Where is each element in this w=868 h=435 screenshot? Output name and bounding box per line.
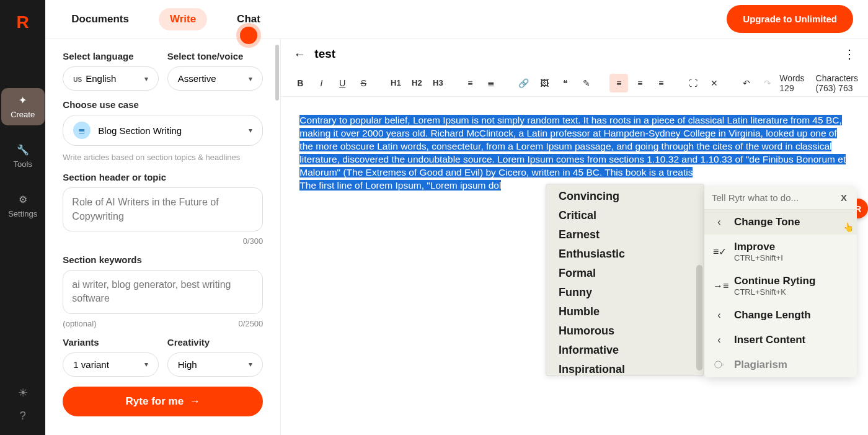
tone-option-enthusiastic[interactable]: Enthusiastic <box>546 244 704 264</box>
help-icon[interactable]: ? <box>20 410 26 423</box>
bold-button[interactable]: B <box>291 74 309 92</box>
underline-button[interactable]: U <box>333 74 352 92</box>
action-plagiarism[interactable]: ⧂ Plagiarism <box>704 352 857 377</box>
tone-option-humble[interactable]: Humble <box>546 302 704 321</box>
creativity-select[interactable]: High ▾ <box>167 352 264 377</box>
tone-list-popup: Convincing Critical Earnest Enthusiastic… <box>546 184 704 376</box>
tone-option-convincing[interactable]: Convincing <box>546 187 704 206</box>
variants-value: 1 variant <box>73 359 109 370</box>
words-value: 129 <box>779 83 804 93</box>
sidebar-item-label: Tools <box>13 159 32 169</box>
h1-button[interactable]: H1 <box>386 74 405 92</box>
keywords-input[interactable] <box>63 270 263 314</box>
action-title: Continue Ryting <box>734 275 848 287</box>
tone-scrollbar[interactable] <box>696 265 702 370</box>
flag-icon: US <box>73 76 82 83</box>
usecase-select[interactable]: ≣ Blog Section Writing ▾ <box>63 115 263 146</box>
search-icon: ⧂ <box>713 359 725 370</box>
tab-write[interactable]: Write <box>159 8 207 30</box>
undo-button[interactable]: ↶ <box>737 74 756 92</box>
close-icon[interactable]: X <box>838 192 849 203</box>
language-label: Select language <box>63 51 159 61</box>
image-button[interactable]: 🖼 <box>535 74 554 92</box>
sidebar-item-tools[interactable]: 🔧 Tools <box>1 138 45 175</box>
link-button[interactable]: 🔗 <box>514 74 533 92</box>
sidebar-item-create[interactable]: ✦ Create <box>1 88 45 125</box>
usecase-label: Choose use case <box>63 99 263 110</box>
action-change-tone[interactable]: ‹ Change Tone <box>704 210 857 235</box>
h3-button[interactable]: H3 <box>428 74 447 92</box>
redo-button[interactable]: ↷ <box>758 74 777 92</box>
tone-option-earnest[interactable]: Earnest <box>546 225 704 244</box>
chars-value: (763) 763 <box>816 83 858 93</box>
variants-select[interactable]: 1 variant ▾ <box>63 352 159 377</box>
action-title: Improve <box>734 241 848 253</box>
tone-option-funny[interactable]: Funny <box>546 283 704 302</box>
tone-option-inspirational[interactable]: Inspirational <box>546 360 704 375</box>
usecase-value: Blog Section Writing <box>98 125 241 136</box>
tab-chat[interactable]: Chat <box>226 8 272 30</box>
chevron-down-icon: ▾ <box>249 126 252 135</box>
keywords-optional: (optional) <box>63 319 96 328</box>
sidebar-item-label: Settings <box>8 209 37 218</box>
action-title: Change Tone <box>734 216 848 228</box>
action-title: Plagiarism <box>734 359 848 371</box>
tone-option-formal[interactable]: Formal <box>546 264 704 283</box>
chars-label: Characters <box>816 73 858 83</box>
action-continue-ryting[interactable]: →≡ Continue Ryting CTRL+Shift+K <box>704 269 857 303</box>
action-change-length[interactable]: ‹ Change Length <box>704 303 857 328</box>
continue-icon: →≡ <box>713 280 725 292</box>
align-left-button[interactable]: ≡ <box>609 74 628 92</box>
clear-format-button[interactable]: ✕ <box>705 74 724 92</box>
document-title[interactable]: test <box>314 47 335 61</box>
creativity-value: High <box>178 359 197 370</box>
upgrade-button[interactable]: Upgrade to Unlimited <box>727 5 853 33</box>
strike-button[interactable]: S <box>354 74 373 92</box>
chevron-left-icon: ‹ <box>713 310 725 321</box>
action-insert-content[interactable]: ‹ Insert Content <box>704 328 857 352</box>
action-title: Insert Content <box>734 334 848 346</box>
chevron-down-icon: ▾ <box>249 74 252 83</box>
theme-toggle-icon[interactable]: ☀ <box>18 386 28 400</box>
variants-label: Variants <box>63 337 159 348</box>
ryte-button[interactable]: Ryte for me → <box>63 387 263 416</box>
chevron-down-icon: ▾ <box>144 74 148 83</box>
chevron-down-icon: ▾ <box>249 360 252 369</box>
topic-counter: 0/300 <box>63 236 263 246</box>
bullet-list-button[interactable]: ≡ <box>461 74 479 92</box>
chevron-down-icon: ▾ <box>144 360 148 369</box>
tone-option-informative[interactable]: Informative <box>546 341 704 360</box>
highlight-button[interactable]: ✎ <box>577 74 596 92</box>
language-select[interactable]: USEnglish ▾ <box>63 66 159 91</box>
action-improve[interactable]: ≡✓ Improve CTRL+Shift+I <box>704 235 857 269</box>
italic-button[interactable]: I <box>312 74 330 92</box>
action-command-input[interactable] <box>712 192 838 203</box>
sidebar-item-label: Create <box>11 110 35 119</box>
form-panel: Select language USEnglish ▾ Select tone/… <box>45 38 281 435</box>
tone-option-humorous[interactable]: Humorous <box>546 321 704 341</box>
sidebar-item-settings[interactable]: ⚙ Settings <box>1 187 45 225</box>
selected-text-tail: The first line of Lorem Ipsum, "Lorem ip… <box>299 180 501 191</box>
h2-button[interactable]: H2 <box>407 74 426 92</box>
tone-option-critical[interactable]: Critical <box>546 206 704 225</box>
action-shortcut: CTRL+Shift+K <box>734 287 848 297</box>
more-vertical-icon[interactable]: ⋮ <box>843 47 856 61</box>
topic-label: Section header or topic <box>63 172 263 182</box>
quote-button[interactable]: ❝ <box>556 74 575 92</box>
back-arrow-icon[interactable]: ← <box>293 47 306 61</box>
fullscreen-button[interactable]: ⛶ <box>684 74 702 92</box>
align-center-button[interactable]: ≡ <box>631 74 649 92</box>
wrench-icon: 🔧 <box>17 144 29 156</box>
align-right-button[interactable]: ≡ <box>652 74 670 92</box>
keywords-counter: 0/2500 <box>239 319 264 328</box>
ordered-list-button[interactable]: ≣ <box>482 74 500 92</box>
editor-header: ← test ⋮ <box>281 38 868 70</box>
brand-logo: R <box>17 12 29 32</box>
tone-select[interactable]: Assertive ▾ <box>167 66 264 91</box>
topic-input[interactable] <box>63 187 263 231</box>
usecase-help-text: Write articles based on section topics &… <box>63 152 263 163</box>
language-value: English <box>86 73 116 84</box>
sliders-icon: ⚙ <box>19 194 27 205</box>
tab-documents[interactable]: Documents <box>60 8 140 30</box>
sparkle-icon: ✦ <box>19 94 27 106</box>
